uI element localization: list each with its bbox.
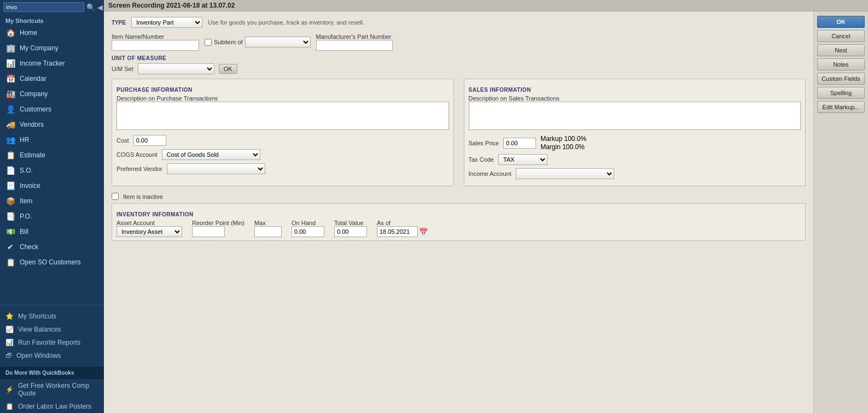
cancel-button[interactable]: Cancel	[817, 30, 865, 42]
sidebar-promo-workers-comp[interactable]: ⚡ Get Free Workers Comp Quote	[0, 379, 104, 400]
purchase-desc-label: Description on Purchase Transactions	[116, 95, 449, 102]
open-windows-icon: 🗗	[5, 352, 12, 359]
sidebar-item-open-so-label: Open SO Customers	[20, 258, 80, 266]
sidebar-item-hr-label: HR	[20, 136, 29, 144]
sidebar-item-my-company-label: My Company	[20, 44, 59, 52]
reorder-min-label: Reorder Point (Min)	[192, 220, 244, 226]
notes-button[interactable]: Notes	[817, 58, 865, 70]
sidebar-shortcuts-item[interactable]: ⭐ My Shortcuts	[0, 310, 104, 323]
search-icon[interactable]: 🔍	[86, 3, 95, 11]
sidebar-open-windows[interactable]: 🗗 Open Windows	[0, 349, 104, 362]
sidebar-item-estimate[interactable]: 📋 Estimate	[0, 148, 104, 163]
purchase-section: PURCHASE INFORMATION Description on Purc…	[112, 79, 454, 186]
vendors-icon: 🚚	[5, 120, 15, 129]
subitem-select[interactable]	[245, 37, 311, 48]
reorder-min-input[interactable]	[192, 226, 225, 237]
sidebar-item-item-label: Item	[20, 197, 32, 205]
sidebar-item-calendar-label: Calendar	[20, 75, 46, 82]
as-of-group: As of 📅	[377, 220, 428, 237]
manufacturer-input[interactable]	[316, 40, 393, 51]
sidebar-item-so[interactable]: 📄 S.O.	[0, 163, 104, 178]
sidebar-item-invoice-label: Invoice	[20, 182, 40, 190]
run-reports-label: Run Favorite Reports	[18, 339, 80, 346]
sidebar-item-vendors[interactable]: 🚚 Vendors	[0, 117, 104, 132]
inventory-row: Asset Account Inventory Asset Reorder Po…	[116, 220, 801, 237]
uom-section: UNIT OF MEASURE U/M Set OK	[112, 55, 806, 74]
labor-law-icon: 📋	[5, 403, 14, 410]
income-account-label: Income Account	[469, 170, 511, 177]
sidebar-item-po[interactable]: 📑 P.O.	[0, 209, 104, 224]
max-input[interactable]	[254, 226, 282, 237]
on-hand-input[interactable]	[292, 226, 324, 237]
purchase-desc-textarea[interactable]	[116, 102, 449, 130]
sidebar-item-company[interactable]: 🏭 Company	[0, 86, 104, 102]
inventory-section: INVENTORY INFORMATION Asset Account Inve…	[112, 203, 806, 241]
manufacturer-group: Manufacturer's Part Number	[316, 33, 393, 51]
sidebar-item-invoice[interactable]: 📃 Invoice	[0, 178, 104, 193]
ok-button[interactable]: OK	[817, 16, 865, 28]
sidebar-item-customers[interactable]: 👤 Customers	[0, 102, 104, 117]
income-account-select[interactable]	[516, 168, 614, 179]
form-container: TYPE Inventory Part Use for goods you pu…	[104, 11, 868, 413]
calendar-icon: 📅	[5, 74, 15, 83]
custom-fields-button[interactable]: Custom Fields	[817, 73, 865, 85]
sidebar-item-check[interactable]: ✔ Check	[0, 239, 104, 255]
main-content: Screen Recording 2021-06-18 at 13.07.02 …	[104, 0, 868, 413]
type-select[interactable]: Inventory Part	[131, 17, 202, 28]
subitem-group: Subitem of	[205, 37, 311, 48]
company-icon: 🏢	[5, 44, 15, 52]
cogs-account-select[interactable]: Cost of Goods Sold	[162, 149, 260, 160]
chevron-left-icon[interactable]: ◀	[97, 3, 103, 11]
manufacturer-label: Manufacturer's Part Number	[316, 33, 393, 40]
sales-desc-label: Description on Sales Transactions	[469, 95, 801, 102]
calendar-picker-icon[interactable]: 📅	[419, 228, 428, 236]
sales-section: SALES INFORMATION Description on Sales T…	[464, 79, 806, 186]
sidebar-item-home[interactable]: 🏠 Home	[0, 25, 104, 40]
sidebar-item-item[interactable]: 📦 Item	[0, 193, 104, 209]
sidebar-promo-labor-law[interactable]: 📋 Order Labor Law Posters	[0, 400, 104, 413]
preferred-vendor-select[interactable]	[167, 163, 265, 174]
sales-price-row: Sales Price Markup 100.0% Margin 100.0%	[469, 135, 801, 151]
po-icon: 📑	[5, 212, 15, 221]
type-description: Use for goods you purchase, track as inv…	[208, 19, 364, 26]
tax-code-select[interactable]: TAX	[498, 154, 547, 165]
item-inactive-checkbox[interactable]	[112, 193, 119, 200]
next-button[interactable]: Next	[817, 44, 865, 56]
item-name-input[interactable]	[112, 40, 199, 51]
uom-row: U/M Set OK	[112, 63, 806, 74]
purchase-sales-row: PURCHASE INFORMATION Description on Purc…	[112, 79, 806, 190]
sidebar-item-open-so[interactable]: 📋 Open SO Customers	[0, 255, 104, 270]
edit-markup-button[interactable]: Edit Markup...	[817, 101, 865, 113]
uom-edit-button[interactable]: OK	[219, 64, 237, 74]
sidebar-item-bill-label: Bill	[20, 228, 28, 235]
sidebar-item-hr[interactable]: 👥 HR	[0, 132, 104, 148]
cost-input[interactable]	[133, 135, 166, 146]
sidebar-item-calendar[interactable]: 📅 Calendar	[0, 71, 104, 86]
title-bar: Screen Recording 2021-06-18 at 13.07.02	[104, 0, 868, 11]
max-group: Max	[254, 220, 282, 237]
total-value-input[interactable]	[334, 226, 367, 237]
sidebar-item-bill[interactable]: 💵 Bill	[0, 224, 104, 239]
as-of-date-input[interactable]	[377, 226, 418, 237]
margin-display: Margin 100.0%	[540, 143, 586, 151]
sidebar-item-my-company[interactable]: 🏢 My Company	[0, 40, 104, 56]
item-inactive-label: Item is inactive	[123, 193, 163, 200]
asset-account-select[interactable]: Inventory Asset	[116, 226, 182, 237]
sales-price-input[interactable]	[503, 138, 536, 149]
workers-comp-label: Get Free Workers Comp Quote	[18, 382, 98, 397]
as-of-date-wrap: 📅	[377, 226, 428, 237]
sidebar-search-input[interactable]	[3, 2, 84, 12]
sidebar-item-income-tracker[interactable]: 📊 Income Tracker	[0, 56, 104, 71]
sidebar-section-label: My Shortcuts	[0, 14, 104, 25]
asset-account-label: Asset Account	[116, 220, 182, 226]
sidebar-run-favorite-reports[interactable]: 📊 Run Favorite Reports	[0, 336, 104, 349]
estimate-icon: 📋	[5, 151, 15, 160]
form-main: TYPE Inventory Part Use for goods you pu…	[104, 11, 813, 413]
type-label: TYPE	[112, 20, 126, 26]
uom-set-select[interactable]	[138, 63, 214, 74]
sidebar-view-balances[interactable]: 📈 View Balances	[0, 323, 104, 336]
spelling-button[interactable]: Spelling	[817, 87, 865, 99]
cogs-account-label: COGS Account	[116, 151, 158, 158]
subitem-checkbox[interactable]	[205, 39, 212, 46]
sales-desc-textarea[interactable]	[469, 102, 801, 130]
